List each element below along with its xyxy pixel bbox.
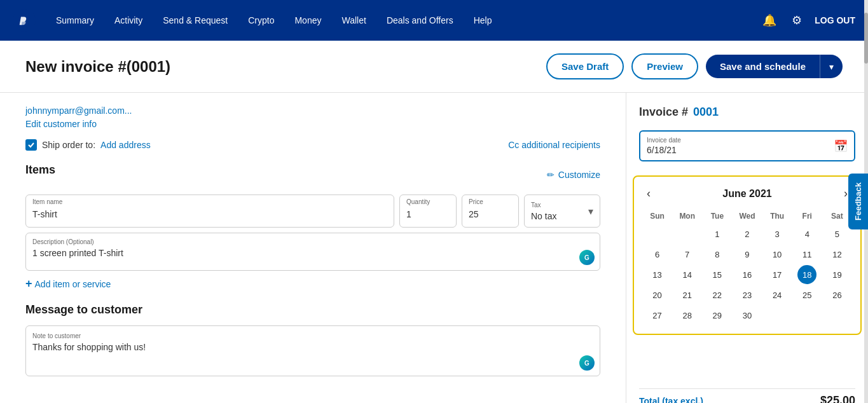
customize-label: Customize <box>558 170 600 180</box>
grammarly-icon-2: G <box>579 355 595 371</box>
left-panel: johnnymparr@gmail.com... Edit customer i… <box>0 93 626 403</box>
add-item-label: Add item or service <box>35 279 111 289</box>
cal-day-15[interactable]: 15 <box>708 265 727 284</box>
add-address-link[interactable]: Add address <box>100 140 151 150</box>
calendar-month-year: June 2021 <box>722 188 771 200</box>
cal-header-thu: Thu <box>763 209 792 223</box>
note-label: Note to customer <box>32 332 593 339</box>
cal-day-11[interactable]: 11 <box>797 245 816 264</box>
item-name-value: T-shirt <box>32 209 387 219</box>
cal-day-22[interactable]: 22 <box>708 285 727 304</box>
main-container: johnnymparr@gmail.com... Edit customer i… <box>0 93 868 403</box>
invoice-label: Invoice # <box>639 106 688 119</box>
ship-label: Ship order to: <box>42 140 95 150</box>
message-section: Message to customer Note to customer Tha… <box>25 303 600 376</box>
feedback-tab[interactable]: Feedback <box>848 174 868 229</box>
nav-crypto[interactable]: Crypto <box>247 13 275 29</box>
ship-checkbox[interactable] <box>25 139 37 151</box>
cal-day-4[interactable]: 4 <box>797 224 816 243</box>
nav-deals[interactable]: Deals and Offers <box>385 13 455 29</box>
paypal-logo[interactable] <box>13 9 36 32</box>
message-title: Message to customer <box>25 303 600 317</box>
cal-day-14[interactable]: 14 <box>678 265 697 284</box>
save-schedule-group: Save and schedule ▾ <box>706 55 843 78</box>
cal-day-29[interactable]: 29 <box>708 306 727 325</box>
calendar-popup: ‹ June 2021 › Sun Mon Tue Wed Thu Fri Sa… <box>633 175 862 335</box>
customize-link[interactable]: ✏ Customize <box>547 170 600 180</box>
cc-recipients-link[interactable]: Cc additional recipients <box>508 140 600 150</box>
cal-day-empty <box>648 224 667 243</box>
cal-day-20[interactable]: 20 <box>648 285 667 304</box>
nav-activity[interactable]: Activity <box>113 13 144 29</box>
total-row: Total (tax excl.) $25.00 <box>639 388 855 403</box>
tax-field[interactable]: Tax No tax ▾ <box>524 195 600 228</box>
cal-day-7[interactable]: 7 <box>678 245 697 264</box>
price-label: Price <box>469 198 483 205</box>
invoice-date-label: Invoice date <box>647 137 681 144</box>
add-item-link[interactable]: + Add item or service <box>25 277 600 290</box>
logout-button[interactable]: LOG OUT <box>815 15 855 25</box>
calendar-grid: Sun Mon Tue Wed Thu Fri Sat 1 2 3 4 5 6 … <box>643 209 851 325</box>
notifications-icon[interactable]: 🔔 <box>760 11 779 30</box>
settings-icon[interactable]: ⚙ <box>789 11 804 30</box>
item-name-label: Item name <box>32 198 62 205</box>
items-title: Items <box>25 163 55 177</box>
cal-day-17[interactable]: 17 <box>768 265 787 284</box>
cal-day-10[interactable]: 10 <box>768 245 787 264</box>
customer-email: johnnymparr@gmail.com... <box>25 106 600 116</box>
nav-money[interactable]: Money <box>293 13 322 29</box>
cal-header-sat: Sat <box>823 209 851 223</box>
ship-left: Ship order to: Add address <box>25 139 151 151</box>
note-field[interactable]: Note to customer Thanks for shopping wit… <box>25 325 600 376</box>
cal-day-25[interactable]: 25 <box>797 285 816 304</box>
right-panel: Invoice # 0001 Invoice date 6/18/21 📅 ‹ … <box>626 93 868 403</box>
cal-day-28[interactable]: 28 <box>678 306 697 325</box>
scrollbar-thumb[interactable] <box>864 13 868 64</box>
cal-day-3[interactable]: 3 <box>768 224 787 243</box>
tax-label: Tax <box>531 202 556 208</box>
calendar-icon: 📅 <box>834 139 848 153</box>
cal-day-19[interactable]: 19 <box>827 265 846 284</box>
tax-value: No tax <box>531 211 556 221</box>
cal-day-27[interactable]: 27 <box>648 306 667 325</box>
save-schedule-button[interactable]: Save and schedule <box>706 55 820 78</box>
cal-day-8[interactable]: 8 <box>708 245 727 264</box>
cal-day-16[interactable]: 16 <box>738 265 757 284</box>
cal-day-26[interactable]: 26 <box>827 285 846 304</box>
cal-header-mon: Mon <box>673 209 701 223</box>
price-field: Price 25 <box>462 195 519 228</box>
cal-day-12[interactable]: 12 <box>827 245 846 264</box>
cal-day-21[interactable]: 21 <box>678 285 697 304</box>
cal-day-23[interactable]: 23 <box>738 285 757 304</box>
nav-summary[interactable]: Summary <box>55 13 95 29</box>
cal-day-2[interactable]: 2 <box>738 224 757 243</box>
edit-customer-link[interactable]: Edit customer info <box>25 119 97 129</box>
cal-day-6[interactable]: 6 <box>648 245 667 264</box>
cal-day-5[interactable]: 5 <box>827 224 846 243</box>
description-field[interactable]: Description (Optional) 1 screen printed … <box>25 233 600 271</box>
cal-day-empty <box>678 224 697 243</box>
nav-help[interactable]: Help <box>472 13 493 29</box>
invoice-date-field[interactable]: Invoice date 6/18/21 📅 <box>639 130 855 161</box>
preview-button[interactable]: Preview <box>631 53 698 79</box>
cal-day-1[interactable]: 1 <box>708 224 727 243</box>
calendar-prev-button[interactable]: ‹ <box>643 186 654 202</box>
cal-day-9[interactable]: 9 <box>738 245 757 264</box>
cal-day-empty <box>797 306 816 325</box>
nav-wallet[interactable]: Wallet <box>340 13 367 29</box>
total-label: Total (tax excl.) <box>639 396 703 404</box>
navbar: Summary Activity Send & Request Crypto M… <box>0 0 868 41</box>
cal-day-18-selected[interactable]: 18 <box>797 265 816 284</box>
cal-day-24[interactable]: 24 <box>768 285 787 304</box>
cal-day-empty <box>768 306 787 325</box>
cal-header-wed: Wed <box>733 209 761 223</box>
item-row: Item name T-shirt Quantity 1 Price 25 Ta… <box>25 195 600 228</box>
nav-send-request[interactable]: Send & Request <box>162 13 229 29</box>
header-actions: Save Draft Preview Save and schedule ▾ <box>546 53 843 79</box>
save-draft-button[interactable]: Save Draft <box>546 53 624 79</box>
save-schedule-caret[interactable]: ▾ <box>820 55 843 78</box>
plus-icon: + <box>25 277 32 290</box>
grammarly-icon: G <box>579 250 595 265</box>
cal-day-30[interactable]: 30 <box>738 306 757 325</box>
cal-day-13[interactable]: 13 <box>648 265 667 284</box>
